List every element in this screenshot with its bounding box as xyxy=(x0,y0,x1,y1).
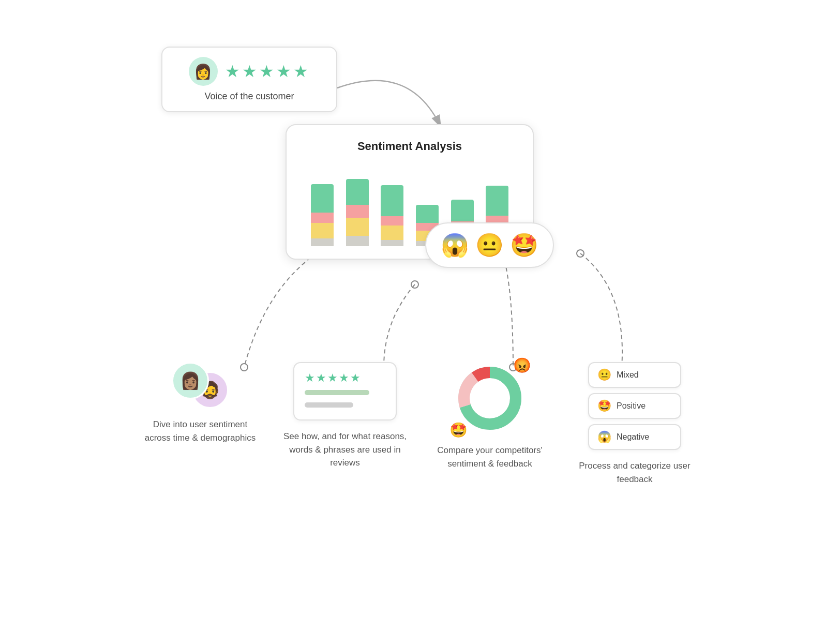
voc-stars: ★★★★★ xyxy=(225,62,310,81)
voc-header: 👩 ★★★★★ xyxy=(189,57,310,86)
emoji-cloud: 😱 😐 🤩 xyxy=(425,222,554,268)
emoji-star-donut: 🤩 xyxy=(449,422,468,439)
bar-seg-green xyxy=(416,205,439,223)
bar-seg-yellow xyxy=(346,218,369,236)
categorize-text: Process and categorize user feedback xyxy=(573,459,697,486)
legend-container: 😐 Mixed 🤩 Positive 😱 Negative xyxy=(588,362,681,450)
legend-negative-label: Negative xyxy=(617,432,649,442)
bar-group xyxy=(308,184,336,246)
connector-lines xyxy=(136,31,704,600)
legend-positive-label: Positive xyxy=(617,401,646,411)
voc-card: 👩 ★★★★★ Voice of the customer xyxy=(161,47,337,112)
avatar-woman: 👩🏽 xyxy=(172,362,209,399)
donut-chart: 🤩 😡 xyxy=(454,362,526,434)
bar-stack xyxy=(311,184,334,246)
categorize-feature: 😐 Mixed 🤩 Positive 😱 Negative Process an… xyxy=(573,362,697,486)
svg-point-7 xyxy=(577,250,584,257)
bar-seg-green xyxy=(486,186,508,216)
sentiment-title: Sentiment Analysis xyxy=(303,140,516,153)
competitors-text: Compare your competitors' sentiment & fe… xyxy=(433,444,547,470)
bar-stack xyxy=(381,185,403,246)
review-card: ★★★★★ xyxy=(293,362,397,420)
emoji-positive: 🤩 xyxy=(597,399,611,413)
bar-seg-green xyxy=(451,200,474,221)
demographics-feature: 👩🏽 🧔 Dive into user sentiment across tim… xyxy=(143,362,257,444)
reviews-text: See how, and for what reasons, words & p… xyxy=(283,430,407,470)
competitors-feature: 🤩 😡 Compare your competitors' sentiment … xyxy=(433,362,547,470)
bottom-section: 👩🏽 🧔 Dive into user sentiment across tim… xyxy=(136,362,704,486)
bar-seg-pink xyxy=(346,205,369,218)
bar-seg-pink xyxy=(381,216,403,226)
bar-seg-gray xyxy=(381,240,403,246)
bar-seg-yellow xyxy=(381,226,403,240)
bar-seg-green xyxy=(346,179,369,205)
bar-seg-green xyxy=(311,184,334,213)
avatar: 👩 xyxy=(189,57,218,86)
review-line-2 xyxy=(305,402,353,408)
demographics-text: Dive into user sentiment across time & d… xyxy=(143,418,257,444)
bar-seg-yellow xyxy=(311,223,334,238)
svg-point-3 xyxy=(411,281,418,288)
legend-mixed: 😐 Mixed xyxy=(588,362,681,388)
voc-label: Voice of the customer xyxy=(204,91,294,102)
emoji-mixed: 😐 xyxy=(597,368,611,382)
bar-group xyxy=(378,185,406,246)
bar-stack xyxy=(346,179,369,246)
main-container: 👩 ★★★★★ Voice of the customer Sentiment … xyxy=(0,0,840,631)
bar-group xyxy=(343,179,371,246)
legend-negative: 😱 Negative xyxy=(588,424,681,450)
demo-avatars: 👩🏽 🧔 xyxy=(172,362,229,409)
legend-positive: 🤩 Positive xyxy=(588,393,681,419)
emoji-scared: 😱 xyxy=(441,232,469,259)
review-stars: ★★★★★ xyxy=(305,371,385,385)
emoji-neutral: 😐 xyxy=(475,232,504,259)
bar-seg-pink xyxy=(311,213,334,223)
bar-seg-gray xyxy=(346,236,369,246)
emoji-negative: 😱 xyxy=(597,430,611,444)
diagram-area: 👩 ★★★★★ Voice of the customer Sentiment … xyxy=(136,31,704,600)
legend-mixed-label: Mixed xyxy=(617,370,639,380)
bar-seg-green xyxy=(381,185,403,216)
review-line-1 xyxy=(305,390,369,395)
reviews-feature: ★★★★★ See how, and for what reasons, wor… xyxy=(283,362,407,470)
emoji-angry-donut: 😡 xyxy=(513,357,531,374)
emoji-starstruck: 🤩 xyxy=(510,232,538,259)
bar-seg-gray xyxy=(311,238,334,246)
